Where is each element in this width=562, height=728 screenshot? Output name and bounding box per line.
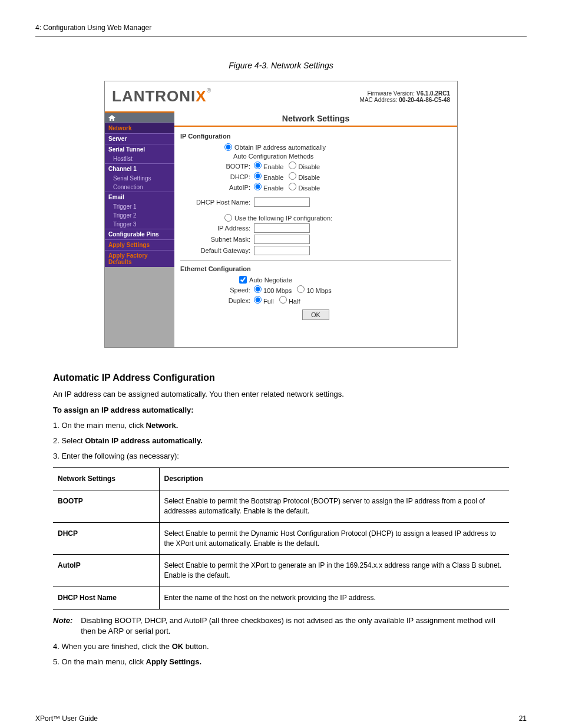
logo-x: X — [196, 87, 206, 105]
screenshot-panel: LANTRONIX® Firmware Version: V6.1.0.2RC1… — [104, 81, 458, 348]
firmware-label: Firmware Version: — [367, 90, 415, 97]
radio-dhcp-disable[interactable] — [289, 172, 296, 180]
logo: LANTRONIX® — [112, 87, 211, 106]
eth-config-heading: Ethernet Configuration — [180, 265, 451, 272]
radio-speed-10[interactable] — [297, 285, 305, 293]
auto-neg-label: Auto Negotiate — [249, 276, 292, 284]
radio-bootp-enable[interactable] — [254, 162, 262, 169]
gateway-label: Default Gateway: — [180, 247, 254, 254]
doc-chapter: 4: Configuration Using Web Manager — [35, 24, 151, 32]
sidebar-item-hostlist[interactable]: Hostlist — [105, 154, 174, 163]
footer-right: 21 — [519, 714, 527, 723]
dhcp-host-input[interactable] — [254, 197, 310, 207]
firmware-value: V6.1.0.2RC1 — [416, 90, 450, 97]
sidebar-item-channel1[interactable]: Channel 1 — [105, 163, 174, 174]
sidebar-item-apply-defaults[interactable]: Apply Factory Defaults — [105, 250, 174, 267]
bootp-label: BOOTP: — [180, 163, 254, 170]
sidebar-item-serial-settings[interactable]: Serial Settings — [105, 174, 174, 183]
dhcp-host-label: DHCP Host Name: — [180, 199, 254, 206]
sidebar-item-conf-pins[interactable]: Configurable Pins — [105, 229, 174, 239]
ip-config-heading: IP Configuration — [180, 133, 451, 140]
th-settings: Network Settings — [53, 468, 159, 490]
obtain-auto-label: Obtain IP address automatically — [234, 144, 326, 151]
note-text: Disabling BOOTP, DHCP, and AutoIP (all t… — [81, 615, 509, 637]
radio-obtain-auto[interactable] — [224, 143, 232, 151]
sidebar-item-trigger2[interactable]: Trigger 2 — [105, 211, 174, 220]
enable-label: Enable — [263, 163, 283, 170]
th-description: Description — [159, 468, 509, 490]
autoconf-heading: Automatic IP Address Configuration — [53, 371, 509, 384]
settings-table: Network Settings Description BOOTP Selec… — [53, 467, 509, 609]
header-meta: Firmware Version: V6.1.0.2RC1 MAC Addres… — [360, 90, 450, 103]
auto-methods-label: Auto Configuration Methods — [233, 153, 313, 160]
screenshot-header: LANTRONIX® Firmware Version: V6.1.0.2RC1… — [105, 81, 457, 111]
autoip-label: AutoIP: — [180, 184, 254, 191]
logo-text: LANTRONI — [112, 87, 196, 105]
subnet-input[interactable] — [254, 235, 310, 244]
table-row: AutoIP Select Enable to permit the XPort… — [53, 555, 509, 587]
body-text: Automatic IP Address Configuration An IP… — [53, 371, 509, 667]
sidebar-item-connection[interactable]: Connection — [105, 183, 174, 192]
content-area: Network Settings IP Configuration Obtain… — [174, 111, 457, 347]
logo-reg: ® — [207, 87, 211, 94]
ok-button[interactable]: OK — [302, 309, 329, 320]
use-following-label: Use the following IP configuration: — [234, 215, 332, 222]
subnet-label: Subnet Mask: — [180, 236, 254, 243]
home-button[interactable] — [105, 111, 174, 123]
radio-use-following[interactable] — [224, 214, 232, 222]
mac-label: MAC Address: — [360, 97, 398, 103]
page-title: Network Settings — [174, 111, 457, 127]
gateway-input[interactable] — [254, 246, 310, 255]
radio-duplex-half[interactable] — [279, 296, 287, 304]
radio-speed-100[interactable] — [254, 285, 262, 293]
home-icon — [108, 115, 115, 121]
ip-address-label: IP Address: — [180, 225, 254, 232]
autoconf-para: An IP address can be assigned automatica… — [53, 389, 509, 400]
table-row: DHCP Select Enable to permit the Dynamic… — [53, 522, 509, 555]
footer-left: XPort™ User Guide — [35, 714, 98, 723]
table-row: BOOTP Select Enable to permit the Bootst… — [53, 490, 509, 523]
sidebar-item-trigger3[interactable]: Trigger 3 — [105, 220, 174, 229]
checkbox-auto-negotiate[interactable] — [239, 276, 247, 284]
sidebar-item-server[interactable]: Server — [105, 133, 174, 144]
note-row: Note: Disabling BOOTP, DHCP, and AutoIP … — [53, 615, 509, 637]
radio-bootp-disable[interactable] — [289, 162, 296, 169]
doc-header: 4: Configuration Using Web Manager — [35, 24, 527, 37]
doc-footer: XPort™ User Guide 21 — [35, 714, 527, 723]
mac-value: 00-20-4A-86-C5-48 — [399, 97, 450, 103]
duplex-label: Duplex: — [180, 297, 254, 304]
ip-address-input[interactable] — [254, 223, 310, 233]
disable-label: Disable — [298, 163, 320, 170]
sidebar-item-apply-settings[interactable]: Apply Settings — [105, 239, 174, 250]
sidebar-item-network[interactable]: Network — [105, 123, 174, 133]
radio-dhcp-enable[interactable] — [254, 172, 262, 180]
radio-autoip-disable[interactable] — [289, 183, 296, 190]
figure-caption: Figure 4-3. Network Settings — [35, 61, 527, 70]
sidebar-item-serial-tunnel[interactable]: Serial Tunnel — [105, 144, 174, 154]
to-assign: To assign an IP address automatically: — [53, 406, 194, 414]
note-label: Note: — [53, 615, 75, 637]
dhcp-label: DHCP: — [180, 173, 254, 180]
table-row: DHCP Host Name Enter the name of the hos… — [53, 587, 509, 609]
radio-autoip-enable[interactable] — [254, 183, 262, 190]
sidebar: Network Server Serial Tunnel Hostlist Ch… — [105, 111, 174, 347]
sidebar-item-trigger1[interactable]: Trigger 1 — [105, 202, 174, 211]
speed-label: Speed: — [180, 286, 254, 294]
radio-duplex-full[interactable] — [254, 296, 262, 304]
sidebar-item-email[interactable]: Email — [105, 192, 174, 202]
